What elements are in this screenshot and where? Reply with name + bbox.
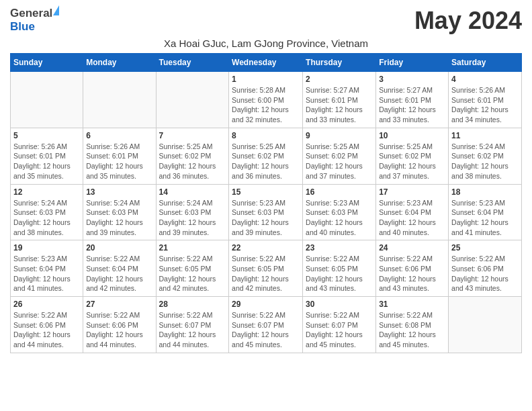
day-of-week-tuesday: Tuesday — [156, 54, 229, 72]
day-number: 26 — [13, 300, 80, 309]
day-number: 14 — [159, 187, 226, 197]
calendar-cell: 3Sunrise: 5:27 AMSunset: 6:01 PMDaylight… — [376, 72, 449, 128]
day-info: Sunrise: 5:24 AMSunset: 6:02 PMDaylight:… — [451, 142, 519, 181]
calendar-cell: 17Sunrise: 5:23 AMSunset: 6:04 PMDayligh… — [376, 184, 449, 240]
calendar-cell: 28Sunrise: 5:22 AMSunset: 6:07 PMDayligh… — [156, 297, 229, 353]
day-number: 3 — [379, 75, 445, 84]
day-number: 24 — [379, 243, 445, 253]
day-number: 9 — [306, 131, 373, 140]
location-title: Xa Hoai GJuc, Lam GJong Province, Vietna… — [10, 38, 522, 49]
day-number: 27 — [86, 300, 152, 309]
day-number: 12 — [13, 187, 80, 197]
day-info: Sunrise: 5:22 AMSunset: 6:05 PMDaylight:… — [159, 254, 226, 293]
day-number: 28 — [159, 300, 226, 309]
calendar-cell: 11Sunrise: 5:24 AMSunset: 6:02 PMDayligh… — [449, 128, 522, 184]
day-info: Sunrise: 5:22 AMSunset: 6:05 PMDaylight:… — [232, 254, 300, 293]
calendar-cell: 22Sunrise: 5:22 AMSunset: 6:05 PMDayligh… — [229, 240, 303, 297]
day-info: Sunrise: 5:22 AMSunset: 6:07 PMDaylight:… — [232, 310, 300, 350]
day-info: Sunrise: 5:23 AMSunset: 6:04 PMDaylight:… — [13, 254, 80, 293]
calendar-cell: 23Sunrise: 5:22 AMSunset: 6:05 PMDayligh… — [303, 240, 376, 297]
calendar-cell: 30Sunrise: 5:22 AMSunset: 6:07 PMDayligh… — [303, 297, 376, 353]
day-info: Sunrise: 5:22 AMSunset: 6:06 PMDaylight:… — [379, 254, 445, 293]
day-number: 29 — [232, 300, 300, 309]
day-number: 22 — [232, 243, 300, 253]
day-number: 21 — [159, 243, 226, 253]
logo: General Blue — [10, 7, 59, 34]
calendar-cell: 19Sunrise: 5:23 AMSunset: 6:04 PMDayligh… — [11, 240, 83, 297]
day-info: Sunrise: 5:24 AMSunset: 6:03 PMDaylight:… — [13, 198, 80, 238]
calendar-cell: 7Sunrise: 5:25 AMSunset: 6:02 PMDaylight… — [156, 128, 229, 184]
calendar-cell: 25Sunrise: 5:22 AMSunset: 6:06 PMDayligh… — [449, 240, 522, 297]
calendar-cell: 1Sunrise: 5:28 AMSunset: 6:00 PMDaylight… — [229, 72, 303, 128]
day-info: Sunrise: 5:22 AMSunset: 6:08 PMDaylight:… — [379, 310, 445, 350]
calendar-cell: 2Sunrise: 5:27 AMSunset: 6:01 PMDaylight… — [303, 72, 376, 128]
day-info: Sunrise: 5:22 AMSunset: 6:07 PMDaylight:… — [159, 310, 226, 350]
calendar-cell: 8Sunrise: 5:25 AMSunset: 6:02 PMDaylight… — [229, 128, 303, 184]
calendar-cell: 21Sunrise: 5:22 AMSunset: 6:05 PMDayligh… — [156, 240, 229, 297]
day-info: Sunrise: 5:26 AMSunset: 6:01 PMDaylight:… — [86, 142, 152, 181]
day-number: 7 — [159, 131, 226, 140]
logo-triangle-icon — [53, 5, 59, 15]
day-of-week-thursday: Thursday — [303, 54, 376, 72]
logo-general: General — [10, 7, 52, 19]
day-info: Sunrise: 5:23 AMSunset: 6:04 PMDaylight:… — [451, 198, 519, 238]
day-number: 13 — [86, 187, 152, 197]
day-info: Sunrise: 5:22 AMSunset: 6:06 PMDaylight:… — [451, 254, 519, 293]
day-info: Sunrise: 5:25 AMSunset: 6:02 PMDaylight:… — [306, 142, 373, 181]
day-number: 4 — [451, 75, 519, 84]
day-number: 18 — [451, 187, 519, 197]
calendar-cell — [11, 72, 83, 128]
calendar-cell — [449, 297, 522, 353]
logo-blue: Blue — [10, 20, 35, 33]
calendar-cell: 4Sunrise: 5:26 AMSunset: 6:01 PMDaylight… — [449, 72, 522, 128]
day-number: 23 — [306, 243, 373, 253]
calendar-cell: 12Sunrise: 5:24 AMSunset: 6:03 PMDayligh… — [11, 184, 83, 240]
day-info: Sunrise: 5:23 AMSunset: 6:03 PMDaylight:… — [232, 198, 300, 238]
day-info: Sunrise: 5:27 AMSunset: 6:01 PMDaylight:… — [379, 85, 445, 125]
day-number: 30 — [306, 300, 373, 309]
day-info: Sunrise: 5:22 AMSunset: 6:07 PMDaylight:… — [306, 310, 373, 350]
calendar-cell: 5Sunrise: 5:26 AMSunset: 6:01 PMDaylight… — [11, 128, 83, 184]
day-info: Sunrise: 5:25 AMSunset: 6:02 PMDaylight:… — [232, 142, 300, 181]
calendar-cell: 27Sunrise: 5:22 AMSunset: 6:06 PMDayligh… — [83, 297, 156, 353]
day-number: 5 — [13, 131, 80, 140]
calendar-cell: 29Sunrise: 5:22 AMSunset: 6:07 PMDayligh… — [229, 297, 303, 353]
day-number: 16 — [306, 187, 373, 197]
day-info: Sunrise: 5:22 AMSunset: 6:04 PMDaylight:… — [86, 254, 152, 293]
calendar-cell — [83, 72, 156, 128]
day-info: Sunrise: 5:26 AMSunset: 6:01 PMDaylight:… — [451, 85, 519, 125]
day-number: 8 — [232, 131, 300, 140]
day-of-week-friday: Friday — [376, 54, 449, 72]
day-number: 19 — [13, 243, 80, 253]
day-number: 20 — [86, 243, 152, 253]
day-of-week-sunday: Sunday — [11, 54, 83, 72]
calendar-cell — [156, 72, 229, 128]
calendar-cell: 10Sunrise: 5:25 AMSunset: 6:02 PMDayligh… — [376, 128, 449, 184]
day-info: Sunrise: 5:27 AMSunset: 6:01 PMDaylight:… — [306, 85, 373, 125]
day-info: Sunrise: 5:23 AMSunset: 6:04 PMDaylight:… — [379, 198, 445, 238]
day-info: Sunrise: 5:24 AMSunset: 6:03 PMDaylight:… — [86, 198, 152, 238]
calendar-cell: 15Sunrise: 5:23 AMSunset: 6:03 PMDayligh… — [229, 184, 303, 240]
calendar-cell: 14Sunrise: 5:24 AMSunset: 6:03 PMDayligh… — [156, 184, 229, 240]
day-info: Sunrise: 5:25 AMSunset: 6:02 PMDaylight:… — [159, 142, 226, 181]
day-number: 15 — [232, 187, 300, 197]
calendar-cell: 16Sunrise: 5:23 AMSunset: 6:03 PMDayligh… — [303, 184, 376, 240]
calendar-cell: 31Sunrise: 5:22 AMSunset: 6:08 PMDayligh… — [376, 297, 449, 353]
day-info: Sunrise: 5:22 AMSunset: 6:06 PMDaylight:… — [13, 310, 80, 350]
day-number: 6 — [86, 131, 152, 140]
day-number: 25 — [451, 243, 519, 253]
day-number: 31 — [379, 300, 445, 309]
day-info: Sunrise: 5:22 AMSunset: 6:05 PMDaylight:… — [306, 254, 373, 293]
day-info: Sunrise: 5:26 AMSunset: 6:01 PMDaylight:… — [13, 142, 80, 181]
day-info: Sunrise: 5:23 AMSunset: 6:03 PMDaylight:… — [306, 198, 373, 238]
calendar-cell: 26Sunrise: 5:22 AMSunset: 6:06 PMDayligh… — [11, 297, 83, 353]
day-info: Sunrise: 5:24 AMSunset: 6:03 PMDaylight:… — [159, 198, 226, 238]
day-number: 1 — [232, 75, 300, 84]
day-of-week-wednesday: Wednesday — [229, 54, 303, 72]
day-number: 17 — [379, 187, 445, 197]
day-info: Sunrise: 5:28 AMSunset: 6:00 PMDaylight:… — [232, 85, 300, 125]
day-of-week-saturday: Saturday — [449, 54, 522, 72]
calendar-cell: 24Sunrise: 5:22 AMSunset: 6:06 PMDayligh… — [376, 240, 449, 297]
day-number: 10 — [379, 131, 445, 140]
calendar-table: SundayMondayTuesdayWednesdayThursdayFrid… — [10, 53, 522, 353]
